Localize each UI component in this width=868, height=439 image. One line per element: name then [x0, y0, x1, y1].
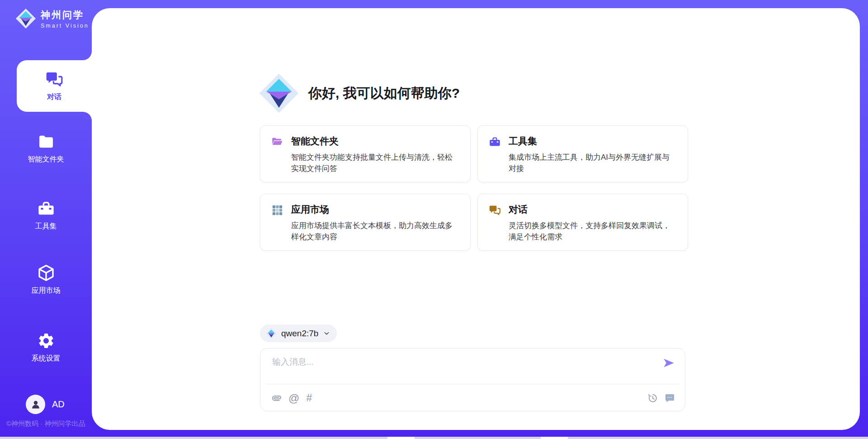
card-smart-folder[interactable]: 智能文件夹 智能文件夹功能支持批量文件上传与清洗，轻松实现文件问答	[260, 125, 471, 182]
app-root: { "brand": { "title": "神州问学", "subtitle"…	[0, 0, 868, 439]
sidebar-item-toolset[interactable]: 工具集	[0, 197, 92, 234]
chevron-down-icon	[323, 329, 330, 337]
hash-icon: #	[306, 393, 312, 403]
main-panel: 你好, 我可以如何帮助你? 智能文件夹 智能文件夹功能支持批量文件上传与清洗，轻…	[92, 8, 860, 430]
sidebar-item-label: 对话	[47, 92, 61, 102]
toolbar-right	[647, 393, 675, 403]
toolbar-left: @ #	[271, 393, 312, 403]
card-desc: 智能文件夹功能支持批量文件上传与清洗，轻松实现文件问答	[291, 152, 459, 174]
card-desc: 应用市场提供丰富长文本模板，助力高效生成多样化文章内容	[291, 220, 459, 243]
sidebar-item-app-market[interactable]: 应用市场	[0, 262, 92, 298]
cube-icon	[37, 264, 55, 282]
message-input[interactable]	[272, 356, 652, 380]
sidebar-item-label: 应用市场	[32, 286, 61, 296]
user-profile[interactable]: AD	[26, 395, 65, 414]
sidebar-item-smart-folder[interactable]: 智能文件夹	[0, 130, 92, 167]
sidebar-item-label: 系统设置	[32, 354, 61, 363]
chat-icon	[45, 70, 63, 88]
sidebar-item-chat[interactable]: 对话	[17, 60, 92, 112]
card-toolset[interactable]: 工具集 集成市场上主流工具，助力AI与外界无缝扩展与对接	[477, 125, 688, 182]
card-app-market[interactable]: 应用市场 应用市场提供丰富长文本模板，助力高效生成多样化文章内容	[260, 194, 471, 251]
tab-corner-top	[83, 51, 92, 60]
at-icon: @	[288, 393, 299, 403]
toolbox-icon	[37, 200, 55, 218]
tab-corner-bottom	[83, 112, 92, 121]
grid-icon	[271, 204, 283, 216]
scrollbar-gap	[387, 437, 415, 439]
card-title: 智能文件夹	[291, 135, 459, 148]
history-icon	[647, 393, 658, 403]
composer-toolbar: @ #	[260, 384, 685, 411]
sidebar-item-label: 智能文件夹	[28, 155, 64, 164]
model-selector[interactable]: qwen2:7b	[260, 324, 337, 342]
card-title: 对话	[509, 203, 677, 216]
horizontal-scrollbar[interactable]	[0, 437, 868, 439]
scrollbar-gap	[541, 437, 568, 439]
hero-logo-icon	[259, 73, 299, 114]
toolbox-icon	[489, 136, 501, 148]
model-logo-icon	[266, 328, 277, 339]
send-button[interactable]	[662, 357, 675, 369]
sidebar-footer: ©神州数码 · 神州问学出品	[6, 420, 85, 428]
card-chat[interactable]: 对话 灵活切换多模型文件，支持多样回复效果调试，满足个性化需求	[477, 194, 688, 251]
paperclip-icon	[269, 391, 284, 406]
card-title: 工具集	[509, 135, 677, 148]
feature-cards: 智能文件夹 智能文件夹功能支持批量文件上传与清洗，轻松实现文件问答 工具集 集成…	[260, 125, 688, 251]
message-composer: @ #	[260, 348, 685, 411]
history-button[interactable]	[647, 393, 658, 403]
gear-icon	[37, 332, 55, 350]
folder-open-icon	[271, 136, 283, 148]
hero: 你好, 我可以如何帮助你?	[259, 73, 460, 114]
sidebar-item-settings[interactable]: 系统设置	[0, 329, 92, 366]
card-desc: 集成市场上主流工具，助力AI与外界无缝扩展与对接	[509, 152, 677, 174]
card-desc: 灵活切换多模型文件，支持多样回复效果调试，满足个性化需求	[509, 220, 677, 243]
folder-icon	[37, 133, 55, 151]
comment-icon	[665, 393, 675, 403]
mention-button[interactable]: @	[288, 393, 299, 403]
sidebar-item-label: 工具集	[35, 222, 57, 231]
topic-button[interactable]: #	[306, 393, 312, 403]
avatar	[26, 395, 45, 414]
attach-button[interactable]	[271, 393, 282, 403]
person-icon	[30, 399, 41, 410]
send-icon	[662, 357, 675, 369]
user-initials: AD	[52, 399, 65, 410]
comment-button[interactable]	[665, 393, 675, 403]
sidebar-nav: 对话 智能文件夹 工具集 应用市场 系统设置	[0, 0, 92, 439]
greeting-text: 你好, 我可以如何帮助你?	[308, 84, 460, 103]
card-title: 应用市场	[291, 203, 459, 216]
model-name: qwen2:7b	[281, 329, 318, 339]
chat-icon	[489, 204, 501, 216]
